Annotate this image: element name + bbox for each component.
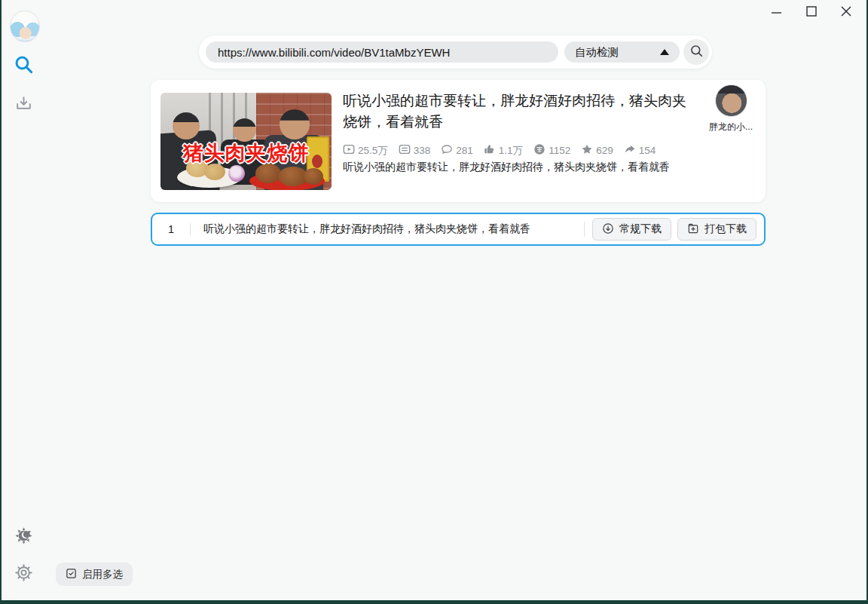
search-submit-button[interactable] <box>683 39 709 65</box>
package-download-button[interactable]: 打包下载 <box>677 218 756 241</box>
enable-multiselect-label: 启用多选 <box>82 568 123 581</box>
uploader[interactable]: 胖龙的小... <box>704 84 757 133</box>
theme-toggle-icon <box>14 526 33 548</box>
package-plus-icon <box>687 222 699 237</box>
thumbnail-meat <box>304 168 323 185</box>
minimize-button[interactable] <box>766 3 788 23</box>
package-download-label: 打包下载 <box>704 222 747 236</box>
video-thumbnail[interactable]: 猪头肉夹烧饼 <box>160 93 332 190</box>
video-stats: 25.5万 338 281 1.1万 1152 629 154 <box>343 143 656 158</box>
app-user-avatar[interactable] <box>10 11 40 42</box>
share-icon <box>624 143 636 158</box>
minimize-icon <box>772 6 782 20</box>
uploader-name: 胖龙的小... <box>709 121 753 133</box>
star-icon <box>581 143 593 158</box>
stat-favorites: 629 <box>581 143 613 158</box>
caret-up-icon <box>660 49 669 55</box>
window-edge-bottom <box>0 600 868 604</box>
mode-selector-label: 自动检测 <box>575 45 619 60</box>
stat-plays: 25.5万 <box>343 143 388 158</box>
coin-icon <box>533 143 546 158</box>
url-input[interactable] <box>206 41 558 63</box>
sidebar-item-settings[interactable] <box>14 564 34 584</box>
download-row[interactable]: 1 听说小强的超市要转让，胖龙好酒好肉招待，猪头肉夹烧饼，看着就香 常规下载 打… <box>151 213 766 246</box>
close-icon <box>841 6 851 20</box>
stat-comments: 281 <box>441 143 473 158</box>
thumbnail-person-middle-head <box>233 118 256 142</box>
row-index: 1 <box>152 223 190 235</box>
settings-gear-icon <box>14 563 33 585</box>
play-icon <box>343 143 355 158</box>
uploader-avatar[interactable] <box>715 84 747 117</box>
row-title: 听说小强的超市要转让，胖龙好酒好肉招待，猪头肉夹烧饼，看着就香 <box>203 222 579 236</box>
like-icon <box>484 143 496 158</box>
video-description: 听说小强的超市要转让，胖龙好酒好肉招待，猪头肉夹烧饼，看着就香 <box>343 161 697 174</box>
maximize-icon <box>806 6 817 20</box>
thumbnail-onion <box>228 165 245 182</box>
stat-likes: 1.1万 <box>484 143 523 158</box>
thumbnail-caption: 猪头肉夹烧饼 <box>160 140 332 167</box>
comment-icon <box>441 143 453 158</box>
stat-coins: 1152 <box>533 143 570 158</box>
sidebar-item-downloads[interactable] <box>14 95 34 115</box>
thumbnail-person-right-head <box>280 109 310 140</box>
search-submit-icon <box>689 44 704 61</box>
enable-multiselect-button[interactable]: 启用多选 <box>56 563 133 586</box>
video-card: 猪头肉夹烧饼 听说小强的超市要转让，胖龙好酒好肉招待，猪头肉夹烧饼，看着就香 2… <box>151 80 766 202</box>
stat-danmaku: 338 <box>399 143 431 158</box>
download-circle-icon <box>602 222 614 237</box>
search-icon <box>14 54 34 78</box>
maximize-button[interactable] <box>800 3 823 23</box>
regular-download-label: 常规下载 <box>619 222 662 236</box>
regular-download-button[interactable]: 常规下载 <box>592 218 671 241</box>
danmaku-icon <box>399 143 411 158</box>
row-divider <box>584 222 585 237</box>
row-divider <box>190 223 191 235</box>
window-controls <box>766 3 857 23</box>
sidebar-item-search[interactable] <box>14 56 34 76</box>
close-button[interactable] <box>835 3 857 23</box>
search-bar: 自动检测 <box>199 35 712 69</box>
mode-selector[interactable]: 自动检测 <box>564 41 680 63</box>
thumbnail-person-left-head <box>173 112 200 140</box>
checkbox-icon <box>66 568 77 581</box>
stat-shares: 154 <box>624 143 656 158</box>
download-icon <box>14 94 33 116</box>
sidebar-item-theme-toggle[interactable] <box>14 527 34 547</box>
window-edge-left <box>0 0 2 604</box>
video-title[interactable]: 听说小强的超市要转让，胖龙好酒好肉招待，猪头肉夹烧饼，看着就香 <box>343 90 697 133</box>
